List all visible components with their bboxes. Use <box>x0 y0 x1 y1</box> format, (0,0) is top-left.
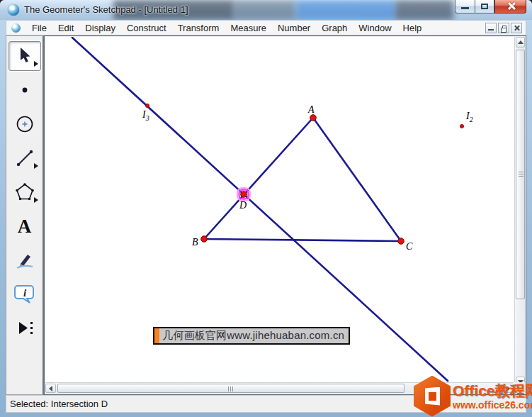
scroll-left-button[interactable] <box>45 384 56 393</box>
app-icon <box>8 4 19 16</box>
minimize-button[interactable] <box>455 0 475 13</box>
label-I3: I3 <box>142 109 149 122</box>
title-bar: The Geometer's Sketchpad - [Untitled 1] <box>0 0 532 20</box>
flyout-caret-icon <box>34 61 38 67</box>
mdi-restore-button[interactable] <box>498 23 509 33</box>
vertical-scroll-thumb[interactable] <box>516 50 525 299</box>
tool-palette: A i <box>6 35 44 395</box>
menu-number[interactable]: Number <box>272 21 316 35</box>
selection-arrow-tool[interactable] <box>9 41 41 71</box>
app-window: The Geometer's Sketchpad - [Untitled 1] … <box>0 0 532 417</box>
restore-icon <box>502 26 506 29</box>
text-tool-icon: A <box>18 217 32 236</box>
vertical-scrollbar[interactable] <box>514 37 525 387</box>
glass-reflection-decor <box>234 0 296 20</box>
maximize-icon <box>481 4 488 9</box>
office-logo-icon <box>414 376 451 417</box>
window-controls <box>455 0 526 13</box>
point-icon <box>14 79 35 101</box>
scroll-up-button[interactable] <box>516 37 525 48</box>
pentagon-icon <box>13 181 36 204</box>
watermark-text: 几何画板官网www.jihehuaban.com.cn <box>162 329 344 343</box>
thumb-grip-icon <box>519 172 523 177</box>
selection-arrow-icon <box>14 45 35 67</box>
menu-bar: File Edit Display Construct Transform Me… <box>6 20 526 35</box>
label-C: C <box>406 241 413 252</box>
close-icon <box>507 2 515 10</box>
segment-AB[interactable] <box>204 118 313 239</box>
menu-construct[interactable]: Construct <box>121 21 172 35</box>
menu-file[interactable]: File <box>26 21 52 35</box>
arrow-up-icon <box>518 40 523 44</box>
arrow-left-icon <box>49 386 52 391</box>
custom-tool-icon <box>13 317 36 340</box>
badge-url: www.office26.com <box>453 399 532 411</box>
segment-icon <box>14 148 35 169</box>
glass-reflection-decor <box>395 0 453 20</box>
close-button[interactable] <box>494 0 526 13</box>
close-icon <box>514 25 520 31</box>
window-title: The Geometer's Sketchpad - [Untitled 1] <box>24 4 188 15</box>
marker-pen-icon <box>13 249 36 272</box>
point-I2[interactable] <box>460 125 464 128</box>
custom-tool[interactable] <box>9 313 41 343</box>
maximize-button[interactable] <box>475 0 494 13</box>
office-watermark: Office教程网 www.office26.com <box>414 375 532 417</box>
label-I2: I2 <box>465 111 473 123</box>
menu-display[interactable]: Display <box>79 21 121 35</box>
point-A[interactable] <box>310 115 317 121</box>
mdi-minimize-button[interactable] <box>485 23 497 33</box>
point-tool[interactable] <box>9 75 41 105</box>
badge-title: Office教程网 <box>453 382 532 399</box>
watermark-banner: 几何画板官网www.jihehuaban.com.cn <box>153 327 350 345</box>
menu-measure[interactable]: Measure <box>225 21 272 35</box>
menu-transform[interactable]: Transform <box>172 21 225 35</box>
info-bubble-icon: i <box>13 283 37 306</box>
point-B[interactable] <box>201 236 208 243</box>
text-tool[interactable]: A <box>9 211 41 241</box>
status-text: Selected: Intersection D <box>10 399 108 409</box>
label-D: D <box>239 200 247 211</box>
horizontal-scroll-thumb[interactable] <box>57 384 404 393</box>
document-icon[interactable] <box>11 23 21 33</box>
point-D[interactable] <box>241 191 247 198</box>
sketch-area: ABCDI3I2 几何画板官网www.jihehuaban.com.cn <box>44 35 526 395</box>
watermark-accent-bar <box>154 328 159 343</box>
thumb-grip-icon <box>228 387 234 391</box>
circle-icon <box>13 113 36 135</box>
menu-edit[interactable]: Edit <box>52 21 79 35</box>
point-C[interactable] <box>398 238 404 245</box>
compass-tool[interactable] <box>9 109 41 139</box>
flyout-caret-icon <box>34 163 38 169</box>
point-I3[interactable] <box>146 104 149 108</box>
sketch-canvas[interactable]: ABCDI3I2 几何画板官网www.jihehuaban.com.cn <box>45 37 516 383</box>
minimize-icon <box>488 29 494 30</box>
glass-reflection-decor <box>296 0 395 20</box>
straightedge-tool[interactable] <box>9 143 41 173</box>
segment-BC[interactable] <box>204 239 401 241</box>
label-B: B <box>192 237 198 248</box>
menu-window[interactable]: Window <box>353 21 397 35</box>
segment-AC[interactable] <box>313 118 401 241</box>
mdi-window-controls <box>485 23 526 33</box>
label-A: A <box>307 104 315 115</box>
minimize-icon <box>461 7 469 9</box>
marker-tool[interactable] <box>9 245 41 275</box>
polygon-tool[interactable] <box>9 177 41 207</box>
menu-help[interactable]: Help <box>397 21 428 35</box>
mdi-close-button[interactable] <box>511 23 522 33</box>
menu-graph[interactable]: Graph <box>316 21 353 35</box>
flyout-caret-icon <box>34 197 38 203</box>
information-tool[interactable]: i <box>9 279 41 309</box>
